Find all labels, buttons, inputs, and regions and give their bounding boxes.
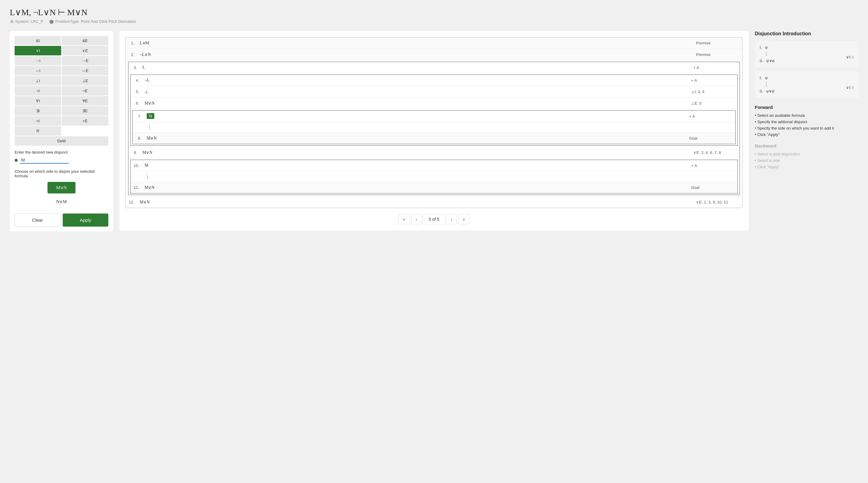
proof-row-12: 12. M∨N ∨E: 1, 3, 9, 10, 11: [126, 196, 742, 208]
apply-button[interactable]: Apply: [63, 214, 108, 227]
page-info: 5 of 5: [423, 214, 445, 224]
system-meta: 🖥 System: LRC_F: [10, 19, 43, 24]
formula-8[interactable]: M∨N: [144, 133, 687, 144]
proof-container: 1. L∨M Premise 2. ¬L∨N Premise 3. L + A: [125, 37, 743, 208]
just-7: + A: [687, 111, 735, 122]
formula-12[interactable]: M∨N: [137, 196, 693, 208]
line-7: 7.: [133, 111, 144, 122]
just-3: + A: [691, 62, 740, 73]
just-8: Goal: [687, 133, 735, 143]
forward-item-1: Select an available formula: [755, 112, 858, 119]
just-1: Premise: [693, 38, 742, 49]
dots-row-2: ⋮: [130, 171, 738, 182]
action-buttons: Clear Apply: [14, 214, 108, 227]
backward-section: Backward Select a goal disjunction Selec…: [755, 143, 858, 170]
formula-11[interactable]: M∨N: [142, 182, 689, 193]
line-4: 4.: [130, 75, 142, 86]
rule-arrow-i[interactable]: →I: [14, 56, 61, 65]
formula-3[interactable]: L: [140, 62, 691, 73]
outer-subproof: 3. L + A 4. ¬L + A 5. ⊥ ⊥: [128, 62, 740, 195]
backward-title: Backward: [755, 143, 858, 149]
formula-2[interactable]: ¬L∨N: [137, 49, 693, 60]
rule-and-e[interactable]: &E: [62, 36, 108, 45]
backward-list: Select a goal disjunction Select a side …: [755, 151, 858, 170]
rule1-premise: i. φ: [760, 45, 775, 50]
rule-forall-i[interactable]: ∀I: [14, 96, 61, 105]
rule-neg-i[interactable]: ¬I: [14, 86, 61, 96]
proof-row-6: 6. M∨N ⊥E: 5: [130, 98, 738, 109]
formula-9[interactable]: M∨N: [140, 147, 691, 158]
rule1-dots: ⋮: [760, 51, 775, 57]
line-6: 6.: [130, 98, 142, 108]
page-first-btn[interactable]: «: [398, 214, 410, 224]
proof-row-1: 1. L∨M Premise: [126, 37, 742, 49]
line-8: 8.: [133, 133, 144, 143]
proof-row-5: 5. ⊥ ⊥I: 3, 4: [130, 86, 738, 98]
rule-arrow-e[interactable]: →E: [62, 56, 108, 65]
rule-or-i[interactable]: ∨I: [14, 46, 61, 55]
rule2-premise: i. φ: [760, 75, 775, 80]
forward-title: Forward: [755, 105, 858, 110]
page-prev-btn[interactable]: ‹: [411, 214, 422, 224]
rule2-conclusion: ii. φ∨ψ: [760, 89, 775, 94]
right-panel: Disjunction Introduction i. φ ⋮ ii. ψ∨φ …: [755, 31, 858, 170]
page-last-btn[interactable]: »: [458, 214, 470, 224]
formula-4[interactable]: ¬L: [142, 75, 689, 86]
rule-and-i[interactable]: &I: [14, 36, 61, 45]
problem-type-meta: ⬤ ProblemType: Point And Click Fitch Der…: [49, 19, 136, 24]
rule-exists-e[interactable]: ∃E: [62, 106, 108, 116]
line-11: 11.: [130, 182, 142, 193]
line-9: 9.: [128, 147, 140, 158]
pagination: « ‹ 5 of 5 › »: [125, 214, 743, 224]
rule-iff-e[interactable]: ↔E: [62, 66, 108, 75]
clear-button[interactable]: Clear: [14, 214, 60, 227]
just-11: Goal: [689, 182, 738, 193]
disjunct-input-row: [14, 157, 108, 164]
side-options: M∨N N∨M: [14, 182, 108, 207]
formula-1[interactable]: L∨M: [137, 37, 693, 49]
inference-rule-2: i. φ ⋮ ii. φ∨ψ ∨I: i: [755, 71, 858, 98]
green-dot-indicator: [14, 159, 18, 162]
formula-6[interactable]: M∨N: [142, 98, 689, 109]
rule-eq-e[interactable]: =E: [62, 116, 108, 126]
inner-subproof: 4. ¬L + A 5. ⊥ ⊥I: 3, 4 6. M∨N ⊥E: 5: [130, 74, 738, 146]
side-option-mvn[interactable]: M∨N: [48, 182, 75, 193]
line-dots-1: [133, 125, 144, 129]
rule-exists-i[interactable]: ∃I: [14, 106, 61, 116]
side-label: Choose on which side to disjoin your sel…: [14, 169, 108, 178]
dots-row-1: ⋮: [133, 122, 735, 133]
forward-item-2: Specify the aditional disjunct: [755, 119, 858, 125]
proof-row-10: 10. M + A: [130, 160, 738, 171]
line-12: 12.: [126, 197, 137, 207]
line-3: 3.: [128, 62, 140, 73]
just-2: Premise: [693, 49, 742, 60]
rule-eq-i[interactable]: =I: [14, 116, 61, 126]
side-option-nvm[interactable]: N∨M: [48, 196, 75, 207]
page-next-btn[interactable]: ›: [446, 214, 457, 224]
line-2: 2.: [126, 49, 137, 60]
rule-forall-e[interactable]: ∀E: [62, 96, 108, 105]
right-section-title: Disjunction Introduction: [755, 31, 858, 36]
forward-item-3: Specify the side on which you want to ad…: [755, 125, 858, 131]
problem-icon: ⬤: [49, 19, 54, 24]
page-meta: 🖥 System: LRC_F ⬤ ProblemType: Point And…: [10, 19, 858, 24]
rule-iff-i[interactable]: ↔I: [14, 66, 61, 75]
rule-neg-e[interactable]: ¬E: [62, 86, 108, 96]
rule-grid: &I &E ∨I ∨E →I →E ↔I ↔E ⊥I ⊥E ¬I ¬E ∀I ∀…: [14, 36, 108, 146]
dots-1: ⋮: [144, 122, 687, 132]
rule-r[interactable]: R: [14, 126, 61, 136]
formula-10[interactable]: M: [142, 160, 689, 171]
left-panel: &I &E ∨I ∨E →I →E ↔I ↔E ⊥I ⊥E ¬I ¬E ∀I ∀…: [10, 31, 113, 231]
rule-bot-e[interactable]: ⊥E: [62, 76, 108, 86]
just-4: + A: [689, 75, 738, 86]
just-12: ∨E: 1, 3, 9, 10, 11: [693, 197, 742, 207]
formula-5[interactable]: ⊥: [142, 86, 689, 97]
line-5: 5.: [130, 86, 142, 97]
formula-7[interactable]: N: [144, 111, 687, 122]
rule-dem[interactable]: DeM: [14, 136, 108, 146]
disjunct-input[interactable]: [20, 157, 69, 164]
just-9: ∨E: 2, 4, 6, 7, 8: [691, 147, 740, 158]
rule-bot-i[interactable]: ⊥I: [14, 76, 61, 86]
proof-row-11: 11. M∨N Goal: [130, 182, 738, 193]
rule-or-e[interactable]: ∨E: [62, 46, 108, 55]
